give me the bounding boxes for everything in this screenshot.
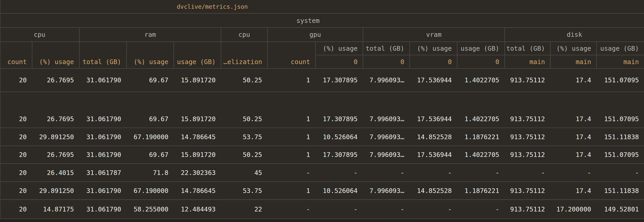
- metric-cell: 7.996093…: [363, 182, 409, 199]
- experiment-row[interactable]: 2026.769531.06179069.6715.89172050.25117…: [0, 110, 644, 128]
- column-header-vram-usage-GB-[interactable]: usage (GB)0: [457, 42, 504, 68]
- metric-cell: 1.4022705: [457, 69, 504, 92]
- column-header-cpu--usage[interactable]: (%) usage: [32, 42, 79, 68]
- metric-cell: 17.536944: [409, 69, 457, 92]
- column-header-vram-total-GB-[interactable]: total (GB)0: [363, 42, 409, 68]
- metric-cell: 17.4: [550, 128, 596, 146]
- group-header-label: disk: [567, 31, 582, 38]
- experiments-metrics-table: dvclive/metrics.json system cpuramcpugpu…: [0, 0, 644, 219]
- table-body: 2026.769531.06179069.6715.89172050.25117…: [0, 69, 644, 219]
- metric-cell: 53.75: [221, 182, 267, 199]
- column-header-gpu--usage[interactable]: (%) usage0: [315, 42, 363, 68]
- metric-cell: 31.061790: [79, 128, 126, 146]
- metric-cell: 1: [267, 69, 315, 92]
- group-header-vram: vram: [363, 28, 504, 41]
- metric-cell: 31.061790: [79, 69, 126, 92]
- metric-cell: 151.07095: [596, 146, 644, 163]
- experiment-row[interactable]: 2029.89125031.06179067.19000014.78664553…: [0, 128, 644, 146]
- metric-cell: 17.4: [550, 110, 596, 128]
- metric-cell: 20: [0, 182, 32, 199]
- column-header-cpu--elization[interactable]: …elization: [221, 42, 267, 68]
- column-header-label: (%) usage: [134, 58, 168, 66]
- experiment-row[interactable]: 2026.401531.06178771.822.30236345-------…: [0, 164, 644, 182]
- experiment-row[interactable]: 2029.89125031.06179067.19000014.78664553…: [0, 182, 644, 200]
- table-bottom-gap: [0, 219, 644, 222]
- metric-cell: 7.996093…: [363, 146, 409, 163]
- metric-cell: 26.4015: [32, 164, 79, 181]
- metric-cell: 69.67: [126, 146, 174, 163]
- column-header-label: (%) usage: [410, 42, 457, 55]
- group-header-label: gpu: [309, 31, 321, 38]
- column-header-disk-usage-GB-[interactable]: usage (GB)main: [596, 42, 644, 68]
- experiment-row[interactable]: 2026.769531.06179069.6715.89172050.25117…: [0, 146, 644, 164]
- column-header-ram--usage[interactable]: (%) usage: [126, 42, 174, 68]
- metric-cell: -: [504, 164, 550, 181]
- column-header-label: …elization: [223, 58, 262, 66]
- column-header-label: (%) usage: [316, 42, 363, 55]
- system-header-row: system: [0, 14, 644, 28]
- experiment-row[interactable]: 2026.769531.06179069.6715.89172050.25117…: [0, 69, 644, 92]
- column-header-key: main: [597, 55, 644, 68]
- metric-cell: 17.307895: [315, 110, 363, 128]
- metric-cell: 913.75112: [504, 69, 550, 92]
- metric-cell: 1.4022705: [457, 110, 504, 128]
- metric-cell: 12.484493: [174, 200, 221, 219]
- metric-cell: 17.307895: [315, 69, 363, 92]
- metric-cell: -: [409, 164, 457, 181]
- column-header-label: count: [291, 58, 310, 66]
- column-header-vram--usage[interactable]: (%) usage0: [409, 42, 457, 68]
- metric-cell: 1.1876221: [457, 128, 504, 146]
- metric-cell: 14.852528: [409, 128, 457, 146]
- metric-cell: 26.7695: [32, 146, 79, 163]
- column-header-label: usage (GB): [457, 42, 504, 55]
- metric-cell: 15.891720: [174, 146, 221, 163]
- metric-cell: 20: [0, 69, 32, 92]
- metric-cell: 1.1876221: [457, 182, 504, 199]
- metric-cell: -: [457, 164, 504, 181]
- metric-cell: 913.75112: [504, 182, 550, 199]
- metric-cell: 22.302363: [174, 164, 221, 181]
- metric-cell: 50.25: [221, 69, 267, 92]
- group-header-label: cpu: [34, 31, 45, 38]
- group-header-disk: disk: [504, 28, 644, 41]
- metric-cell: 20: [0, 164, 32, 181]
- column-header-ram-usage-GB-[interactable]: usage (GB): [174, 42, 221, 68]
- group-header-label: vram: [426, 31, 441, 38]
- metric-cell: -: [315, 164, 363, 181]
- metric-cell: 31.061787: [79, 164, 126, 181]
- group-header-cpu: cpu: [221, 28, 267, 41]
- column-header-disk-total-GB-[interactable]: total (GB)main: [504, 42, 550, 68]
- metric-cell: 14.786645: [174, 182, 221, 199]
- column-header-disk--usage[interactable]: (%) usagemain: [550, 42, 596, 68]
- column-header-label: usage (GB): [177, 58, 216, 66]
- column-header-ram-total-GB-[interactable]: total (GB): [79, 42, 126, 68]
- metric-cell: 17.307895: [315, 146, 363, 163]
- group-header-row: cpuramcpugpuvramdisk: [0, 28, 644, 42]
- metric-cell: -: [315, 200, 363, 219]
- metric-cell: 1: [267, 182, 315, 199]
- column-header-label: usage (GB): [597, 42, 644, 55]
- metric-cell: 10.526064: [315, 182, 363, 199]
- metric-cell: 50.25: [221, 110, 267, 128]
- column-header-key: 0: [410, 55, 457, 68]
- metric-cell: 31.061790: [79, 146, 126, 163]
- metric-cell: 31.061790: [79, 182, 126, 199]
- metric-cell: 7.996093…: [363, 128, 409, 146]
- metric-cell: 31.061790: [79, 110, 126, 128]
- metric-cell: 20: [0, 200, 32, 219]
- metric-cell: 69.67: [126, 110, 174, 128]
- column-header-gpu-count[interactable]: count: [267, 42, 315, 68]
- metric-cell: 17.4: [550, 146, 596, 163]
- column-header-key: 0: [363, 55, 409, 68]
- metric-cell: 15.891720: [174, 69, 221, 92]
- metric-cell: 913.75112: [504, 128, 550, 146]
- experiment-row[interactable]: 2014.8717531.06179058.25500012.48449322-…: [0, 200, 644, 219]
- column-header-row: count(%) usagetotal (GB)(%) usageusage (…: [0, 42, 644, 69]
- column-header-cpu-count[interactable]: count: [0, 42, 32, 68]
- metrics-file-header-row: dvclive/metrics.json: [0, 0, 644, 14]
- metric-cell: 1: [267, 110, 315, 128]
- metric-cell: -: [363, 164, 409, 181]
- metric-cell: 67.190000: [126, 128, 174, 146]
- metric-cell: -: [409, 200, 457, 219]
- metric-cell: 913.75112: [504, 200, 550, 219]
